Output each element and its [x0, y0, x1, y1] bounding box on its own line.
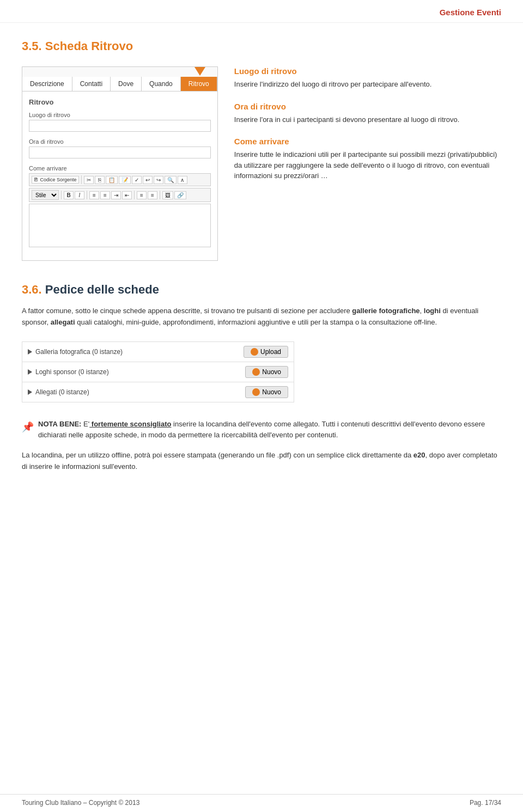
toolbar-check-btn[interactable]: ✓	[132, 176, 142, 184]
toolbar-spell-btn[interactable]: 📝	[119, 176, 131, 184]
desc-luogo-text: Inserire l'indirizzo del luogo di ritrov…	[234, 79, 501, 90]
tab-dove[interactable]: Dove	[111, 77, 142, 91]
field-ora-input[interactable]	[29, 146, 211, 158]
toolbar-bold-btn[interactable]: B	[64, 191, 74, 199]
desc-ora-title: Ora di ritrovo	[234, 102, 501, 111]
section-36-number: 3.6.	[22, 283, 42, 296]
toolbar-sep-3	[87, 191, 87, 199]
section-36: 3.6. Pedice delle schede A fattor comune…	[22, 283, 501, 328]
toolbar-ol-btn[interactable]: ≡	[100, 191, 110, 199]
section-35-title: 3.5. Scheda Ritrovo	[22, 39, 501, 53]
btn-row-loghi-label: Loghi sponsor (0 istanze)	[28, 368, 109, 376]
pin-icon: 📌	[22, 419, 34, 435]
toolbar-sep-1	[81, 175, 82, 184]
nb-underline: fortemente sconsigliato	[89, 420, 171, 428]
triangle-icon-allegati	[28, 389, 32, 395]
intro-bold-3: allegati	[51, 318, 75, 326]
toolbar-paste-btn[interactable]: 📋	[106, 176, 118, 184]
toolbar-redo-btn[interactable]: ↪	[154, 176, 163, 184]
toolbar-indent-btn[interactable]: ⇥	[111, 191, 121, 199]
desc-ora: Ora di ritrovo Inserire l'ora in cui i p…	[234, 102, 501, 125]
upload-btn-label: Upload	[260, 348, 281, 356]
intro-bold-1: gallerie fotografiche	[352, 307, 419, 315]
footer-right: Pag. 17/34	[470, 799, 501, 807]
toolbar-source-btn[interactable]: 🖹 Codice Sorgente	[32, 176, 79, 184]
field-ora-label: Ora di ritrovo	[29, 138, 211, 145]
style-select[interactable]: Stile	[32, 190, 59, 200]
toolbar-more-btn[interactable]: ∧	[178, 176, 187, 184]
desc-luogo: Luogo di ritrovo Inserire l'indirizzo de…	[234, 66, 501, 90]
form-body: Ritrovo Luogo di ritrovo Ora di ritrovo …	[22, 91, 217, 260]
toolbar-row-2: Stile B I ≡ ≡ ⇥ ⇤ ≡ ≡	[32, 190, 208, 200]
toolbar-align-right-btn[interactable]: ≡	[148, 191, 157, 199]
toolbar-italic-btn[interactable]: I	[75, 191, 84, 199]
upload-btn-icon	[251, 348, 258, 356]
btn-row-allegati-label: Allegati (0 istanze)	[28, 388, 89, 396]
tab-arrow-container	[22, 67, 217, 77]
section-36-label: Pedice delle schede	[45, 283, 159, 296]
intro-text-1: A fattor comune, sotto le cinque schede …	[22, 307, 352, 315]
toolbar-undo-btn[interactable]: ↩	[143, 176, 153, 184]
desc-come: Come arrivare Inserire tutte le indicazi…	[234, 137, 501, 181]
nuovo-allegati-button[interactable]: Nuovo	[245, 386, 288, 398]
loghi-label-text: Loghi sponsor (0 istanze)	[35, 368, 109, 376]
toolbar-outdent-btn[interactable]: ⇤	[122, 191, 132, 199]
descriptions-panel: Luogo di ritrovo Inserire l'indirizzo de…	[234, 66, 501, 193]
editor-toolbar-2: Stile B I ≡ ≡ ⇥ ⇤ ≡ ≡	[29, 188, 211, 202]
toolbar-cut-btn[interactable]: ✂	[84, 176, 94, 184]
two-col-layout: Descrizione Contatti Dove Quando Ritrovo…	[22, 66, 501, 261]
page-footer: Touring Club Italiano – Copyright © 2013…	[0, 794, 523, 807]
editor-area[interactable]	[29, 204, 211, 247]
section-35-label: Scheda Ritrovo	[45, 39, 133, 53]
para1-bold: e20	[413, 451, 425, 459]
tab-descrizione[interactable]: Descrizione	[22, 77, 72, 91]
nuovo-loghi-btn-icon	[252, 368, 260, 376]
btn-row-gallery-label: Galleria fotografica (0 istanze)	[28, 348, 123, 356]
tab-ritrovo[interactable]: Ritrovo	[181, 77, 217, 91]
allegati-label-text: Allegati (0 istanze)	[35, 388, 89, 396]
field-come-label: Come arrivare	[29, 165, 211, 172]
editor-toolbar-1: 🖹 Codice Sorgente ✂ ⎘ 📋 📝 ✓ ↩ ↪ 🔍 ∧	[29, 173, 211, 186]
btn-row-gallery: Galleria fotografica (0 istanze) Upload	[22, 342, 294, 362]
nota-text: NOTA BENE: E' fortemente sconsigliato in…	[38, 419, 501, 442]
field-luogo-input[interactable]	[29, 120, 211, 132]
toolbar-ul-btn[interactable]: ≡	[89, 191, 99, 199]
form-panel: Descrizione Contatti Dove Quando Ritrovo…	[22, 66, 218, 261]
intro-mid1: ,	[420, 307, 424, 315]
para1-start: La locandina, per un utilizzo offline, p…	[22, 451, 413, 459]
form-section-title: Ritrovo	[29, 98, 211, 106]
header-title: Gestione Eventi	[440, 8, 501, 17]
desc-come-title: Come arrivare	[234, 137, 501, 146]
toolbar-copy-btn[interactable]: ⎘	[95, 176, 105, 184]
toolbar-sep-5	[160, 191, 160, 199]
btn-row-loghi: Loghi sponsor (0 istanze) Nuovo	[22, 362, 294, 382]
page-header: Gestione Eventi	[0, 0, 523, 23]
field-ora: Ora di ritrovo	[29, 138, 211, 158]
main-content: 3.5. Scheda Ritrovo Descrizione Contatti…	[0, 39, 523, 512]
toolbar-link-btn[interactable]: 🔗	[174, 191, 186, 199]
upload-button[interactable]: Upload	[244, 346, 288, 358]
buttons-panel: Galleria fotografica (0 istanze) Upload …	[22, 341, 294, 402]
nb-part1: E'	[81, 420, 89, 428]
nuovo-allegati-btn-label: Nuovo	[262, 388, 281, 396]
desc-come-text: Inserire tutte le indicazioni utili per …	[234, 149, 501, 181]
tab-quando[interactable]: Quando	[142, 77, 181, 91]
field-come: Come arrivare 🖹 Codice Sorgente ✂ ⎘ 📋 📝 …	[29, 165, 211, 247]
field-luogo: Luogo di ritrovo	[29, 112, 211, 132]
nb-label: NOTA BENE:	[38, 420, 81, 428]
tab-contatti[interactable]: Contatti	[72, 77, 111, 91]
toolbar-align-left-btn[interactable]: ≡	[137, 191, 147, 199]
tab-bar[interactable]: Descrizione Contatti Dove Quando Ritrovo	[22, 77, 217, 91]
toolbar-find-btn[interactable]: 🔍	[165, 176, 177, 184]
section-36-intro: A fattor comune, sotto le cinque schede …	[22, 306, 501, 328]
nuovo-loghi-button[interactable]: Nuovo	[245, 366, 288, 378]
footer-left: Touring Club Italiano – Copyright © 2013	[22, 799, 139, 807]
triangle-icon-gallery	[28, 349, 32, 355]
intro-end: quali cataloghi, mini-guide, approfondim…	[75, 318, 437, 326]
paragraph-1: La locandina, per un utilizzo offline, p…	[22, 450, 501, 473]
toolbar-image-btn[interactable]: 🖼	[162, 191, 173, 199]
nb-part2: inserire la locandina dell'evento come a…	[171, 420, 320, 428]
toolbar-sep-4	[134, 191, 135, 199]
section-35-number: 3.5.	[22, 39, 42, 53]
gallery-label-text: Galleria fotografica (0 istanze)	[35, 348, 123, 356]
